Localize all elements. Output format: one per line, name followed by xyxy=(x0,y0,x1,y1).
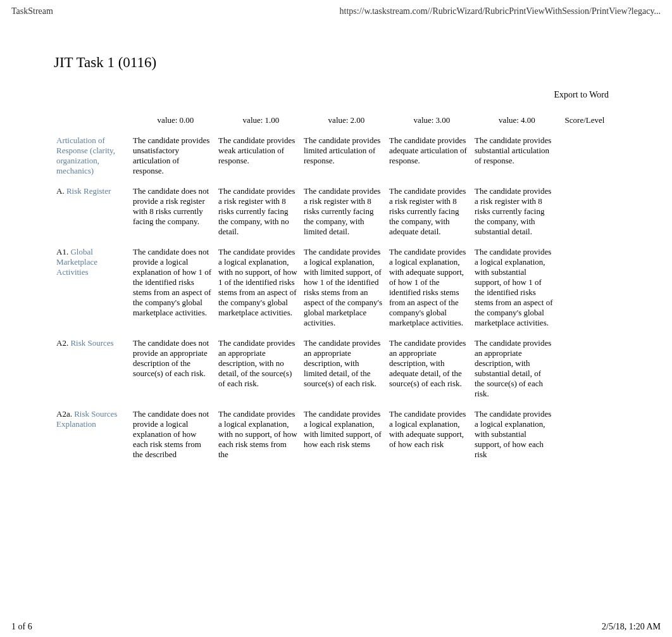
criterion-link[interactable]: Risk Register xyxy=(66,186,111,196)
rubric-cell: The candidate provides a risk register w… xyxy=(304,182,389,243)
criterion-prefix: A. xyxy=(56,186,66,196)
rubric-cell: The candidate provides a risk register w… xyxy=(218,182,304,243)
browser-title: TaskStream xyxy=(11,6,53,16)
rubric-cell: The candidate provides a logical explana… xyxy=(304,243,389,334)
rubric-cell: The candidate provides a logical explana… xyxy=(389,405,475,466)
score-cell xyxy=(559,182,610,243)
header-criterion xyxy=(54,111,133,132)
rubric-cell: The candidate provides an appropriate de… xyxy=(304,334,389,405)
rubric-cell: The candidate provides a logical explana… xyxy=(389,243,475,334)
export-to-word-link[interactable]: Export to Word xyxy=(554,90,609,99)
rubric-cell: The candidate provides weak articulation… xyxy=(218,132,304,182)
rubric-cell: The candidate provides a risk register w… xyxy=(389,182,475,243)
rubric-cell: The candidate provides limited articulat… xyxy=(304,132,389,182)
page: JIT Task 1 (0116) Export to Word value: … xyxy=(0,16,672,466)
criterion-link[interactable]: Articulation of Response (clarity, organ… xyxy=(56,136,115,175)
criterion-link[interactable]: Risk Sources xyxy=(70,338,113,348)
score-cell xyxy=(559,132,610,182)
criterion-prefix: A1. xyxy=(56,247,70,256)
criterion-prefix: A2. xyxy=(56,338,70,348)
criterion-cell[interactable]: A2. Risk Sources xyxy=(54,334,133,405)
header-value-4: value: 4.00 xyxy=(475,111,559,132)
rubric-cell: The candidate provides an appropriate de… xyxy=(389,334,475,405)
score-cell xyxy=(559,243,610,334)
browser-url: https://w.taskstream.com//RubricWizard/R… xyxy=(340,6,661,16)
rubric-cell: The candidate provides unsatisfactory ar… xyxy=(133,132,218,182)
rubric-cell: The candidate provides a logical explana… xyxy=(218,243,304,334)
rubric-cell: The candidate provides a logical explana… xyxy=(475,243,559,334)
criterion-cell[interactable]: A1. Global Marketplace Activities xyxy=(54,243,133,334)
criterion-cell[interactable]: A. Risk Register xyxy=(54,182,133,243)
header-value-3: value: 3.00 xyxy=(389,111,475,132)
rubric-cell: The candidate does not provide a logical… xyxy=(133,405,218,466)
header-value-2: value: 2.00 xyxy=(304,111,389,132)
criterion-cell[interactable]: A2a. Risk Sources Explanation xyxy=(54,405,133,466)
rubric-cell: The candidate provides an appropriate de… xyxy=(475,334,559,405)
rubric-cell: The candidate provides a logical explana… xyxy=(218,405,304,466)
rubric-cell: The candidate provides a risk register w… xyxy=(475,182,559,243)
rubric-cell: The candidate provides adequate articula… xyxy=(389,132,475,182)
rubric-cell: The candidate does not provide a risk re… xyxy=(133,182,218,243)
rubric-table: value: 0.00 value: 1.00 value: 2.00 valu… xyxy=(54,111,672,466)
header-value-0: value: 0.00 xyxy=(133,111,218,132)
rubric-cell: The candidate does not provide a logical… xyxy=(133,243,218,334)
browser-header: TaskStream https://w.taskstream.com//Rub… xyxy=(0,0,672,16)
export-row: Export to Word xyxy=(0,90,672,111)
rubric-cell: The candidate does not provide an approp… xyxy=(133,334,218,405)
page-content-wrapper: JIT Task 1 (0116) Export to Word value: … xyxy=(0,16,672,491)
rubric-cell: The candidate provides a logical explana… xyxy=(304,405,389,466)
score-cell xyxy=(559,334,610,405)
criterion-prefix: A2a. xyxy=(56,409,74,419)
rubric-cell: The candidate provides a logical explana… xyxy=(475,405,559,466)
page-title: JIT Task 1 (0116) xyxy=(54,54,672,71)
header-score: Score/Level xyxy=(559,111,610,132)
rubric-cell: The candidate provides substantial artic… xyxy=(475,132,559,182)
header-value-1: value: 1.00 xyxy=(218,111,304,132)
score-cell xyxy=(559,405,610,466)
rubric-cell: The candidate provides an appropriate de… xyxy=(218,334,304,405)
criterion-cell[interactable]: Articulation of Response (clarity, organ… xyxy=(54,132,133,182)
